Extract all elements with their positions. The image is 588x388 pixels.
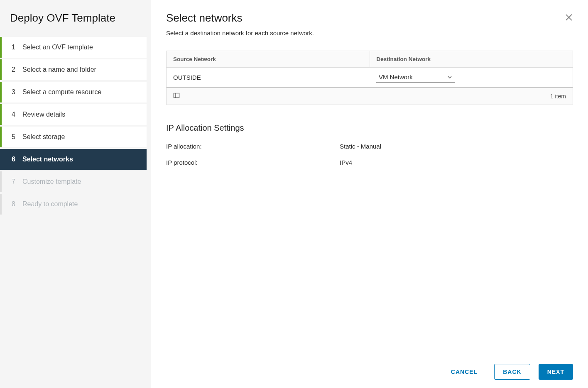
step-label: Select networks	[22, 156, 73, 163]
table-footer: 1 item	[167, 87, 573, 105]
wizard-container: Deploy OVF Template 1 Select an OVF temp…	[0, 0, 588, 388]
step-list: 1 Select an OVF template 2 Select a name…	[0, 37, 151, 215]
wizard-content: Select networks Select a destination net…	[151, 0, 588, 388]
wizard-sidebar: Deploy OVF Template 1 Select an OVF temp…	[0, 0, 151, 388]
step-label: Select a name and folder	[22, 66, 96, 73]
step-select-networks[interactable]: 6 Select networks	[0, 149, 147, 170]
step-customize-template: 7 Customize template	[0, 171, 147, 192]
step-select-ovf-template[interactable]: 1 Select an OVF template	[0, 37, 147, 58]
step-number: 3	[12, 88, 17, 96]
page-title: Select networks	[166, 12, 573, 24]
ip-allocation-value: Static - Manual	[340, 143, 573, 150]
destination-network-cell: VM Network	[370, 68, 573, 87]
step-ready-to-complete: 8 Ready to complete	[0, 194, 147, 215]
step-number: 6	[12, 156, 17, 163]
step-number: 2	[12, 66, 17, 73]
col-header-source[interactable]: Source Network	[167, 51, 370, 67]
step-label: Customize template	[22, 178, 81, 185]
cancel-button[interactable]: CANCEL	[443, 364, 486, 379]
close-button[interactable]	[565, 13, 573, 23]
destination-network-dropdown[interactable]: VM Network	[376, 72, 455, 83]
ip-protocol-label: IP protocol:	[166, 159, 340, 166]
step-number: 4	[12, 111, 17, 118]
item-count-label: 1 item	[550, 93, 566, 100]
svg-rect-0	[174, 93, 179, 98]
network-table: Source Network Destination Network OUTSI…	[166, 51, 573, 105]
back-button[interactable]: BACK	[494, 364, 530, 380]
next-button[interactable]: NEXT	[539, 364, 573, 380]
wizard-footer: CANCEL BACK NEXT	[166, 356, 573, 380]
step-select-compute-resource[interactable]: 3 Select a compute resource	[0, 82, 147, 102]
source-network-cell: OUTSIDE	[167, 68, 370, 87]
col-header-destination[interactable]: Destination Network	[370, 51, 573, 67]
dropdown-selected-value: VM Network	[379, 73, 413, 81]
step-label: Select storage	[22, 133, 65, 141]
sidebar-title: Deploy OVF Template	[0, 0, 151, 37]
step-select-storage[interactable]: 5 Select storage	[0, 127, 147, 147]
ip-allocation-row: IP allocation: Static - Manual	[166, 143, 573, 150]
step-label: Select a compute resource	[22, 88, 101, 96]
step-label: Ready to complete	[22, 200, 78, 208]
step-select-name-folder[interactable]: 2 Select a name and folder	[0, 59, 147, 80]
table-header-row: Source Network Destination Network	[167, 51, 573, 68]
step-number: 1	[12, 44, 17, 51]
page-subtitle: Select a destination network for each so…	[166, 29, 573, 37]
close-icon	[565, 16, 573, 23]
ip-protocol-value: IPv4	[340, 159, 573, 166]
column-picker-button[interactable]	[173, 92, 180, 100]
ip-allocation-label: IP allocation:	[166, 143, 340, 150]
step-label: Review details	[22, 111, 65, 118]
columns-icon	[173, 93, 180, 100]
step-label: Select an OVF template	[22, 44, 93, 51]
table-row: OUTSIDE VM Network	[167, 68, 573, 87]
ip-allocation-section-title: IP Allocation Settings	[166, 123, 573, 133]
chevron-down-icon	[447, 74, 453, 80]
ip-protocol-row: IP protocol: IPv4	[166, 159, 573, 166]
step-review-details[interactable]: 4 Review details	[0, 104, 147, 125]
step-number: 8	[12, 200, 17, 208]
step-number: 5	[12, 133, 17, 141]
step-number: 7	[12, 178, 17, 185]
